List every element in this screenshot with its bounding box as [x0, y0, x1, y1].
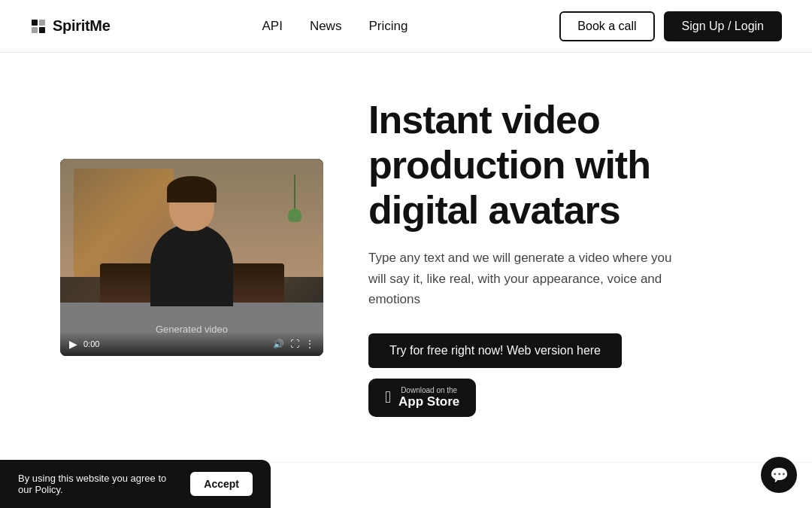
signup-button[interactable]: Sign Up / Login	[664, 11, 782, 41]
navbar: SpiritMe API News Pricing Book a call Si…	[0, 0, 812, 53]
svg-rect-0	[32, 20, 38, 26]
video-controls-right: 🔊 ⛶ ⋮	[273, 339, 314, 349]
hero-title: Instant video production with digital av…	[368, 98, 752, 233]
try-free-button[interactable]: Try for free right now! Web version here	[368, 333, 622, 368]
person-silhouette	[139, 182, 244, 333]
logo[interactable]: SpiritMe	[30, 17, 111, 35]
nav-actions: Book a call Sign Up / Login	[559, 11, 782, 41]
appstore-text-top: Download on the	[398, 386, 459, 394]
logo-icon	[30, 18, 47, 35]
cookie-text: By using this website you agree to our P…	[18, 473, 178, 495]
more-icon[interactable]: ⋮	[305, 339, 314, 349]
appstore-text-bottom: App Store	[398, 394, 459, 409]
chat-button[interactable]: 💬	[761, 457, 797, 493]
appstore-text: Download on the App Store	[398, 386, 459, 409]
appstore-button[interactable]:  Download on the App Store	[368, 379, 476, 417]
video-play-button[interactable]: ▶	[69, 338, 77, 350]
cookie-banner: By using this website you agree to our P…	[0, 460, 271, 508]
svg-rect-2	[32, 27, 38, 33]
hero-subtitle: Type any text and we will generate a vid…	[368, 248, 692, 309]
chat-icon: 💬	[770, 466, 789, 484]
hero-section: Generated video ▶ 0:00 🔊 ⛶ ⋮ Instant vid…	[0, 53, 812, 462]
hero-content: Instant video production with digital av…	[368, 98, 752, 417]
person-head	[169, 182, 214, 231]
video-time: 0:00	[83, 339, 99, 348]
cta-buttons: Try for free right now! Web version here…	[368, 333, 752, 417]
book-call-button[interactable]: Book a call	[559, 11, 654, 41]
nav-api[interactable]: API	[262, 19, 282, 34]
apple-icon: 	[385, 388, 391, 407]
cookie-accept-button[interactable]: Accept	[190, 472, 253, 496]
hero-video[interactable]: Generated video ▶ 0:00 🔊 ⛶ ⋮	[60, 159, 323, 356]
video-controls-left: ▶ 0:00	[69, 338, 99, 350]
volume-icon[interactable]: 🔊	[273, 339, 284, 349]
svg-rect-3	[39, 27, 45, 33]
logo-text: SpiritMe	[53, 17, 111, 35]
person-body	[150, 224, 233, 306]
svg-rect-1	[39, 20, 45, 26]
nav-pricing[interactable]: Pricing	[368, 19, 408, 34]
nav-news[interactable]: News	[310, 19, 342, 34]
nav-links: API News Pricing	[262, 19, 408, 34]
person-hair	[167, 176, 217, 202]
video-controls: ▶ 0:00 🔊 ⛶ ⋮	[60, 332, 323, 356]
fullscreen-icon[interactable]: ⛶	[290, 339, 299, 349]
